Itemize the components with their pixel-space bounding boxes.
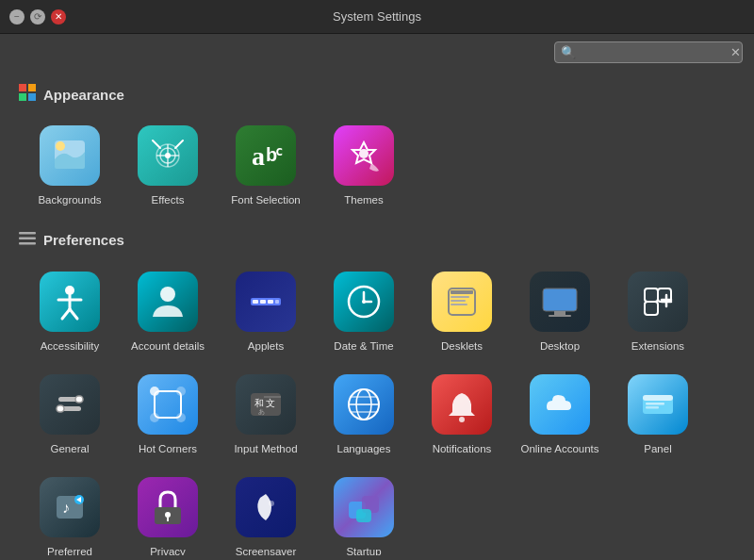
item-general[interactable]: General: [23, 365, 117, 464]
svg-rect-34: [275, 300, 279, 304]
search-input[interactable]: [580, 45, 730, 59]
languages-label: Languages: [337, 442, 391, 456]
effects-label: Effects: [152, 193, 185, 207]
appearance-section-title: Appearance: [43, 87, 124, 103]
appearance-grid: Backgrounds Effects: [19, 116, 735, 215]
item-languages[interactable]: Languages: [317, 365, 411, 464]
svg-point-79: [165, 512, 171, 518]
svg-point-20: [359, 149, 369, 158]
item-online-accounts[interactable]: Online Accounts: [513, 365, 607, 464]
svg-text:♪: ♪: [62, 500, 70, 516]
svg-text:文: 文: [266, 398, 275, 408]
item-date-time[interactable]: Date & Time: [317, 262, 411, 361]
privacy-label: Privacy: [150, 545, 186, 555]
svg-point-56: [150, 387, 159, 396]
svg-line-14: [175, 140, 183, 148]
search-box: 🔍 ✕: [554, 41, 743, 63]
item-startup-applications[interactable]: Startup Applications: [317, 468, 411, 555]
svg-rect-32: [260, 300, 266, 304]
search-clear-button[interactable]: ✕: [730, 45, 741, 59]
desktop-icon: [530, 272, 590, 332]
restore-button[interactable]: ⟳: [30, 9, 45, 25]
svg-rect-43: [451, 304, 467, 305]
font-selection-label: Font Selection: [231, 193, 301, 207]
backgrounds-label: Backgrounds: [38, 193, 101, 207]
startup-applications-label: Startup Applications: [322, 545, 405, 555]
window-title: System Settings: [85, 9, 669, 24]
preferred-applications-icon: ♪: [40, 477, 100, 537]
date-time-icon: [334, 272, 394, 332]
panel-icon: [628, 374, 688, 435]
item-panel[interactable]: Panel: [611, 365, 705, 464]
svg-rect-44: [543, 288, 577, 311]
accessibility-label: Accessibility: [41, 339, 100, 354]
panel-label: Panel: [644, 442, 671, 456]
item-themes[interactable]: Themes: [317, 116, 411, 215]
general-label: General: [51, 442, 90, 456]
svg-rect-55: [155, 391, 181, 418]
svg-rect-21: [19, 232, 36, 235]
svg-rect-42: [451, 300, 466, 302]
svg-point-57: [176, 387, 186, 396]
svg-point-12: [165, 153, 171, 158]
desklets-icon: [432, 272, 492, 332]
svg-text:あ: あ: [258, 408, 265, 416]
hot-corners-icon: [138, 374, 198, 435]
item-screensaver[interactable]: Screensaver: [219, 468, 313, 555]
toolbar: 🔍 ✕: [0, 34, 754, 71]
languages-icon: [334, 374, 394, 435]
svg-rect-52: [75, 396, 83, 403]
svg-rect-50: [645, 302, 658, 315]
svg-rect-23: [19, 242, 36, 245]
minimize-button[interactable]: −: [9, 9, 25, 25]
svg-rect-73: [646, 403, 664, 405]
accessibility-icon: [40, 272, 100, 332]
svg-rect-47: [549, 315, 571, 317]
svg-text:和: 和: [254, 398, 264, 408]
svg-line-28: [70, 309, 77, 319]
svg-text:c: c: [275, 143, 283, 158]
screensaver-label: Screensaver: [236, 545, 297, 555]
preferences-section-title: Preferences: [43, 232, 124, 248]
item-notifications[interactable]: Notifications: [415, 365, 509, 464]
preferences-grid: Accessibility Account details: [19, 262, 735, 555]
close-button[interactable]: ✕: [51, 9, 66, 25]
item-applets[interactable]: Applets: [219, 262, 313, 361]
svg-rect-3: [28, 93, 36, 101]
appearance-section-header: Appearance: [19, 84, 735, 105]
input-method-icon: 和 文 あ: [236, 374, 296, 435]
item-backgrounds[interactable]: Backgrounds: [23, 116, 117, 215]
main-content: Appearance Backgrounds: [0, 71, 754, 555]
applets-icon: [236, 272, 296, 332]
item-desklets[interactable]: Desklets: [415, 262, 509, 361]
svg-rect-2: [19, 93, 26, 101]
svg-rect-46: [554, 311, 566, 315]
item-accessibility[interactable]: Accessibility: [23, 262, 117, 361]
hot-corners-label: Hot Corners: [139, 442, 197, 456]
item-preferred-applications[interactable]: ♪ Preferred Applications: [23, 468, 117, 555]
titlebar: − ⟳ ✕ System Settings: [0, 0, 754, 34]
item-extensions[interactable]: Extensions: [611, 262, 705, 361]
item-font-selection[interactable]: a b c Font Selection: [219, 116, 313, 215]
applets-label: Applets: [248, 339, 284, 354]
preferences-section-icon: [19, 230, 36, 251]
item-input-method[interactable]: 和 文 あ Input Method: [219, 365, 313, 464]
svg-line-13: [153, 140, 160, 148]
themes-icon: [334, 125, 394, 186]
preferred-applications-label: Preferred Applications: [28, 545, 111, 555]
svg-point-81: [269, 501, 274, 506]
item-effects[interactable]: Effects: [121, 116, 215, 215]
window: − ⟳ ✕ System Settings 🔍 ✕: [0, 0, 754, 555]
effects-icon: [138, 125, 198, 186]
item-hot-corners[interactable]: Hot Corners: [121, 365, 215, 464]
startup-applications-icon: [334, 477, 394, 537]
item-desktop[interactable]: Desktop: [513, 262, 607, 361]
desklets-label: Desklets: [441, 339, 483, 354]
item-privacy[interactable]: Privacy: [121, 468, 215, 555]
item-account-details[interactable]: Account details: [121, 262, 215, 361]
svg-point-70: [459, 417, 465, 422]
svg-text:a: a: [252, 141, 265, 171]
screensaver-icon: [236, 477, 296, 537]
online-accounts-icon: [530, 374, 590, 435]
notifications-label: Notifications: [433, 442, 492, 456]
